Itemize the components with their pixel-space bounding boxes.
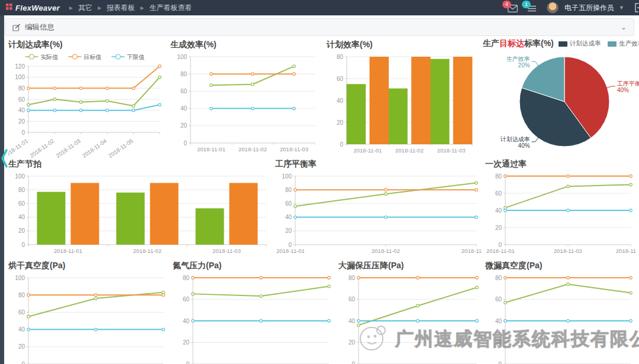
svg-text:0: 0	[183, 140, 187, 147]
svg-text:80: 80	[18, 85, 25, 92]
svg-text:60: 60	[285, 200, 292, 207]
chart-plot[interactable]: 0204060802018-11-012018-11-022018-11-03	[327, 51, 478, 158]
chart-title: 生产节拍	[8, 158, 272, 170]
svg-text:120: 120	[15, 63, 25, 70]
svg-text:40: 40	[495, 318, 502, 324]
svg-text:2018-11-03: 2018-11-03	[437, 147, 466, 154]
mail-badge: 4	[502, 1, 511, 8]
breadcrumb-item-report-board[interactable]: 报表看板	[106, 3, 135, 13]
chart-plot[interactable]: 0204060802018-11-012018-11-022018-11	[485, 170, 637, 259]
top-navbar: FlexWeaver ▶ 其它 ▶ 报表看板 ▶ 生产看板查看 4 1 电子五所…	[0, 0, 639, 15]
pie-title-suffix: 标率(%)	[524, 38, 554, 49]
svg-text:100: 100	[177, 54, 187, 60]
svg-text:80: 80	[495, 275, 502, 281]
chart-plan-achievement-rate: 计划达成率(%) 0204060801001202018-11-012018-1…	[8, 39, 166, 158]
svg-text:60: 60	[337, 76, 344, 82]
breadcrumb-arrow-icon: ▶	[69, 5, 73, 11]
svg-text:100: 100	[15, 74, 25, 80]
chart-plot[interactable]: 0204060801002018-11-012018-11-022018-11	[275, 170, 482, 259]
breadcrumb-item-other[interactable]: 其它	[78, 3, 92, 13]
chart-production-takt: 生产节拍 0204060801002018-11-012018-11-02201…	[8, 158, 272, 259]
svg-text:20: 20	[495, 339, 502, 346]
chart-plot[interactable]: 0204060802018-11-012018-11-022018-11-03	[485, 272, 637, 364]
chart-plot[interactable]: 0204060801002018-11-012018-11-022018-11-…	[170, 51, 321, 157]
svg-text:60: 60	[180, 88, 188, 95]
svg-text:100: 100	[15, 275, 25, 281]
user-avatar[interactable]	[547, 2, 559, 14]
svg-text:2018-11-01: 2018-11-01	[486, 248, 515, 254]
mail-button[interactable]: 4	[508, 5, 518, 13]
svg-text:60: 60	[18, 200, 25, 207]
edit-info-panel-header[interactable]: 编辑信息 ⌄	[5, 18, 634, 36]
svg-text:60: 60	[183, 296, 190, 303]
legend-label: 计划达成率	[570, 40, 601, 48]
pie-legend-item[interactable]: 计划达成率	[559, 40, 601, 48]
legend-swatch	[559, 41, 567, 47]
svg-text:0: 0	[288, 242, 292, 248]
svg-text:2018-11-01: 2018-11-01	[197, 146, 225, 152]
svg-text:2018-11-01: 2018-11-01	[353, 147, 382, 154]
pie-legend: 计划达成率生产效率	[559, 40, 639, 48]
svg-text:60: 60	[495, 190, 502, 197]
chart-plot[interactable]: 0204060802018-11-012018-11-022018-11-03	[173, 272, 335, 364]
breadcrumb-arrow-icon: ▶	[140, 5, 144, 11]
chart-drying-vacuum: 烘干真空度(Pa) 0204060801002018-11-012018-11-…	[8, 260, 169, 364]
chart-plot[interactable]: 0204060801002018-11-012018-11-022018-11-…	[8, 170, 272, 259]
svg-text:80: 80	[180, 71, 188, 77]
breadcrumb-item-production-board-view[interactable]: 生产看板查看	[150, 3, 192, 13]
svg-text:60: 60	[18, 96, 25, 103]
svg-text:100: 100	[282, 173, 292, 180]
svg-text:60: 60	[348, 296, 356, 303]
svg-text:2018-11-02: 2018-11-02	[238, 146, 267, 152]
svg-text:生产效率20%: 生产效率20%	[506, 56, 530, 69]
chart-title: 生成效率(%)	[170, 39, 321, 51]
chart-plot[interactable]: 0204060802018-11-012018-11-022018-11-03	[338, 272, 483, 364]
svg-text:60: 60	[495, 296, 502, 303]
chart-process-balance-rate: 工序平衡率 0204060801002018-11-012018-11-0220…	[275, 158, 482, 259]
svg-text:2018-11-01: 2018-11-01	[8, 138, 29, 158]
svg-text:目标值: 目标值	[84, 54, 102, 60]
collapsed-sidebar	[0, 15, 4, 364]
svg-text:2018-11-01: 2018-11-01	[276, 248, 305, 254]
chart-nitrogen-pressure: 氮气压力(Pa) 0204060802018-11-012018-11-0220…	[173, 260, 335, 364]
svg-text:0: 0	[21, 129, 25, 136]
app-logo[interactable]: FlexWeaver	[6, 4, 60, 12]
chart-title: 计划效率(%)	[327, 39, 478, 51]
chart-plot[interactable]: 0204060801001202018-11-012018-11-022018-…	[8, 51, 166, 158]
breadcrumb: ▶ 其它 ▶ 报表看板 ▶ 生产看板查看	[69, 3, 192, 13]
svg-text:20: 20	[183, 339, 190, 346]
panel-collapse-chevron-icon[interactable]: ⌄	[621, 23, 627, 31]
svg-text:2018-11-04: 2018-11-04	[81, 138, 108, 158]
svg-text:2018-11-01: 2018-11-01	[54, 248, 82, 254]
edit-icon	[12, 24, 21, 31]
pie-title-prefix: 生产	[483, 38, 499, 49]
user-name[interactable]: 电子五所操作员	[564, 3, 614, 13]
svg-text:2018-11-02: 2018-11-02	[554, 248, 582, 254]
svg-text:0: 0	[186, 361, 189, 364]
chart-plot[interactable]: 工序平衡率40%计划达成率40%生产效率20%	[483, 50, 639, 161]
svg-text:100: 100	[15, 173, 25, 180]
chart-production-efficiency: 生成效率(%) 0204060801002018-11-012018-11-02…	[170, 39, 321, 157]
chevron-down-icon[interactable]: ▼	[619, 5, 624, 11]
pie-legend-item[interactable]: 生产效率	[608, 40, 639, 48]
logout-button[interactable]	[634, 3, 639, 12]
svg-text:20: 20	[495, 225, 502, 231]
svg-text:40: 40	[18, 214, 25, 220]
chart-title: 烘干真空度(Pa)	[8, 260, 169, 272]
list-badge: 1	[522, 1, 531, 8]
svg-text:2018-11-05: 2018-11-05	[107, 138, 134, 158]
svg-text:2018-11-02: 2018-11-02	[372, 248, 400, 254]
svg-text:20: 20	[18, 118, 25, 125]
svg-text:0: 0	[21, 361, 25, 364]
chart-title: 计划达成率(%)	[8, 39, 166, 51]
chart-plot[interactable]: 0204060801002018-11-012018-11-022018-11-…	[8, 272, 169, 364]
svg-text:工序平衡率40%: 工序平衡率40%	[617, 80, 639, 93]
svg-text:80: 80	[337, 54, 344, 60]
svg-text:0: 0	[498, 242, 502, 248]
chart-title: 氮气压力(Pa)	[173, 260, 335, 272]
svg-text:80: 80	[18, 187, 25, 193]
svg-text:80: 80	[495, 173, 502, 180]
list-button[interactable]: 1	[527, 5, 537, 13]
svg-text:2018-11-02: 2018-11-02	[28, 138, 56, 158]
sidebar-collapse-handle[interactable]	[0, 147, 8, 170]
